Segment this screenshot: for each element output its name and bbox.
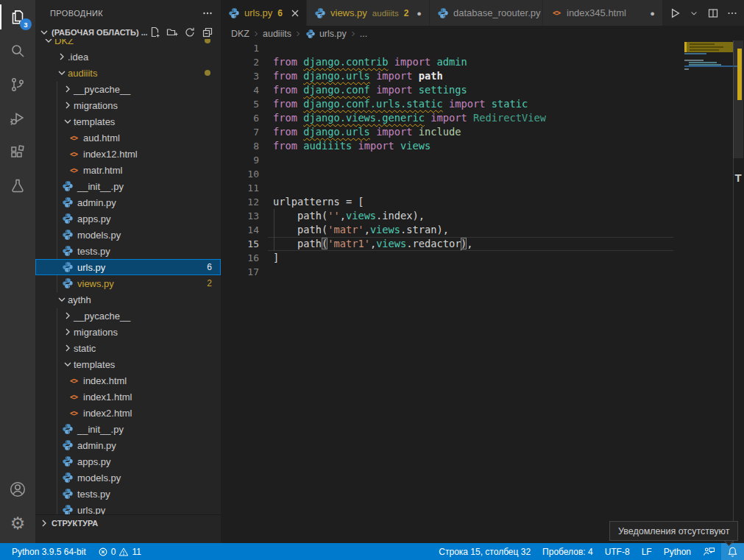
- breadcrumb-item-...[interactable]: ...: [360, 29, 367, 39]
- chevron-down-icon[interactable]: [62, 116, 74, 127]
- close-icon[interactable]: [289, 7, 301, 19]
- run-icon[interactable]: [667, 6, 682, 21]
- chevron-right-icon[interactable]: [62, 99, 74, 111]
- line-number: 13: [221, 209, 259, 223]
- activity-settings-icon[interactable]: ⚙: [0, 506, 35, 540]
- tree-item-__pycache__[interactable]: __pycache__: [35, 81, 221, 97]
- tree-item-migrations[interactable]: migrations: [35, 324, 221, 340]
- html-file-icon: <>: [68, 148, 79, 160]
- dirty-dot-icon[interactable]: ●: [417, 9, 422, 18]
- tree-item-apps.py[interactable]: apps.py: [35, 453, 221, 469]
- activity-testing-icon[interactable]: [0, 169, 35, 203]
- tree-item-audiiits[interactable]: audiiits: [35, 65, 221, 81]
- chevron-down-icon[interactable]: [56, 67, 68, 79]
- activity-account-icon[interactable]: [0, 472, 35, 506]
- tree-item-views.py[interactable]: views.py2: [35, 275, 221, 291]
- tree-item-tests.py[interactable]: tests.py: [35, 243, 221, 259]
- tree-item-tests.py[interactable]: tests.py: [35, 486, 221, 502]
- chevron-right-icon[interactable]: [62, 342, 74, 354]
- tab-database_roouter.py[interactable]: database_roouter.py: [430, 0, 543, 26]
- code-editor[interactable]: 12from django.contrib import admin3from …: [221, 41, 733, 543]
- status-problems[interactable]: 011: [92, 543, 147, 560]
- workspace-section-header[interactable]: (РАБОЧАЯ ОБЛАСТЬ) ...: [35, 26, 221, 39]
- tree-item-models.py[interactable]: models.py: [35, 227, 221, 243]
- status-indentation[interactable]: Пробелов: 4: [536, 543, 599, 560]
- tree-item-templates[interactable]: templates: [35, 113, 221, 130]
- more-icon[interactable]: [725, 6, 740, 21]
- breadcrumb-item-urls.py[interactable]: urls.py: [305, 28, 347, 40]
- tree-item-__init__.py[interactable]: __init__.py: [35, 421, 221, 437]
- chevron-right-icon: [38, 517, 50, 529]
- status-bell[interactable]: [721, 543, 744, 560]
- tree-item-migrations[interactable]: migrations: [35, 97, 221, 113]
- tree-item-DKZ[interactable]: DKZ: [35, 39, 221, 49]
- activity-explorer-icon[interactable]: 3: [0, 0, 35, 34]
- status-encoding[interactable]: UTF-8: [599, 543, 636, 560]
- code-line-7: 7from django.urls import include: [221, 125, 733, 139]
- tree-item-index2.html[interactable]: <>index2.html: [35, 405, 221, 421]
- tree-item-label: apps.py: [77, 213, 111, 224]
- tree-item-apps.py[interactable]: apps.py: [35, 210, 221, 227]
- tree-item-index1.html[interactable]: <>index1.html: [35, 389, 221, 405]
- line-number: 1: [221, 41, 259, 55]
- minimap[interactable]: [684, 40, 733, 526]
- status-label: UTF-8: [605, 547, 630, 557]
- chevron-down-icon[interactable]: [62, 358, 74, 370]
- tree-item-index12.html[interactable]: <>index12.html: [35, 146, 221, 162]
- tree-item-aythh[interactable]: aythh: [35, 291, 221, 308]
- breadcrumb-item-audiiits[interactable]: audiiits: [263, 29, 291, 39]
- status-python-interpreter[interactable]: Python 3.9.5 64-bit: [6, 543, 92, 560]
- chevron-right-icon[interactable]: [62, 326, 74, 338]
- bell-icon: [727, 546, 738, 558]
- activity-extensions-icon[interactable]: [0, 135, 35, 169]
- tab-views.py[interactable]: views.pyaudiiits2●: [307, 0, 430, 26]
- code-line-6: 6from django.views.generic import Redire…: [221, 111, 733, 125]
- tree-item-label: .idea: [68, 52, 88, 63]
- activity-search-icon[interactable]: [0, 34, 35, 68]
- tree-item-admin.py[interactable]: admin.py: [35, 437, 221, 453]
- scrollbar[interactable]: T: [733, 40, 744, 543]
- status-bar: Python 3.9.5 64-bit011 Строка 15, столбе…: [0, 543, 744, 560]
- vscode-window: 3 ⚙ ПРОВОДНИК (РАБОЧАЯ ОБЛАСТЬ) ... DKZ.…: [0, 0, 744, 560]
- notification-tooltip: Уведомления отсутствуют: [609, 521, 738, 541]
- status-feedback[interactable]: [697, 543, 721, 560]
- chevron-right-icon[interactable]: [62, 83, 74, 95]
- tree-item-index.html[interactable]: <>index.html: [35, 372, 221, 389]
- split-editor-icon[interactable]: [706, 6, 720, 21]
- tab-urls.py[interactable]: urls.py6: [221, 0, 307, 26]
- activity-source-control-icon[interactable]: [0, 68, 35, 102]
- tree-item-templates[interactable]: templates: [35, 356, 221, 372]
- new-folder-icon[interactable]: [165, 25, 180, 40]
- tree-item-admin.py[interactable]: admin.py: [35, 194, 221, 210]
- refresh-icon[interactable]: [183, 25, 197, 40]
- chevron-right-icon[interactable]: [56, 51, 68, 63]
- collapse-all-icon[interactable]: [200, 25, 215, 40]
- status-language-mode[interactable]: Python: [658, 543, 697, 560]
- tree-item-urls.py[interactable]: urls.py6: [35, 259, 221, 275]
- chevron-down-icon[interactable]: [56, 294, 68, 305]
- tree-item-matr.html[interactable]: <>matr.html: [35, 162, 221, 178]
- outline-section-header[interactable]: СТРУКТУРА: [35, 514, 221, 531]
- status-eol[interactable]: LF: [636, 543, 658, 560]
- tab-index345.html[interactable]: <>index345.html●: [543, 0, 663, 26]
- tree-item-aud.html[interactable]: <>aud.html: [35, 130, 221, 146]
- activity-run-debug-icon[interactable]: [0, 102, 35, 135]
- explorer-sidebar: ПРОВОДНИК (РАБОЧАЯ ОБЛАСТЬ) ... DKZ.idea…: [35, 0, 221, 543]
- more-actions-icon[interactable]: [200, 6, 215, 21]
- tree-item-static[interactable]: static: [35, 340, 221, 356]
- code-line-13: 13 path('',views.index),: [221, 209, 733, 223]
- breadcrumb-item-DKZ[interactable]: DKZ: [231, 29, 249, 39]
- tree-item-__init__.py[interactable]: __init__.py: [35, 178, 221, 194]
- tree-item-__pycache__[interactable]: __pycache__: [35, 308, 221, 324]
- run-dropdown-icon[interactable]: [687, 6, 701, 21]
- chevron-down-icon[interactable]: [43, 39, 54, 46]
- new-file-icon[interactable]: [147, 25, 162, 40]
- chevron-right-icon[interactable]: [62, 310, 74, 322]
- workspace-label: (РАБОЧАЯ ОБЛАСТЬ) ...: [52, 28, 147, 37]
- tree-item-models.py[interactable]: models.py: [35, 469, 221, 486]
- python-file-icon: [314, 7, 326, 19]
- tree-item-urls.py[interactable]: urls.py: [35, 502, 221, 514]
- dirty-dot-icon[interactable]: ●: [650, 9, 655, 18]
- tree-item-.idea[interactable]: .idea: [35, 49, 221, 65]
- status-cursor-position[interactable]: Строка 15, столбец 32: [433, 543, 536, 560]
